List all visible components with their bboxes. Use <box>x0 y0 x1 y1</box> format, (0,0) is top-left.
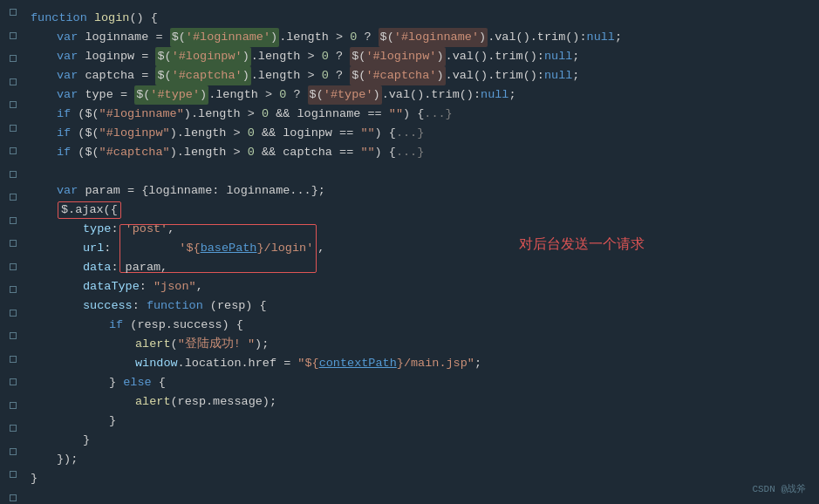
gutter-dot-12 <box>10 263 17 270</box>
code-area: function login() { var loginname = $('#l… <box>26 0 819 504</box>
gutter-dot-3 <box>10 55 17 62</box>
code-line-8: if ($("#captcha").length > 0 && captcha … <box>31 143 810 162</box>
code-line-2: var loginname = $('#loginname') .length … <box>31 28 810 47</box>
code-line-17: if (resp.success) { <box>31 316 810 335</box>
code-line-23: } <box>31 431 810 450</box>
line-gutter <box>0 0 26 504</box>
gutter-dot-10 <box>10 217 17 224</box>
gutter-dot-17 <box>10 378 17 385</box>
gutter-dot-16 <box>10 356 17 363</box>
gutter-dot-21 <box>10 471 17 478</box>
gutter-dot-18 <box>10 402 17 409</box>
annotation-text: 对后台发送一个请求 <box>519 235 645 254</box>
code-line-7: if ($("#loginpw").length > 0 && loginpw … <box>31 124 810 143</box>
code-line-15: dataType: "json", <box>31 277 810 296</box>
gutter-dot-20 <box>10 448 17 455</box>
code-line-1: function login() { <box>31 9 810 28</box>
code-line-4: var captcha = $('#captcha') .length > 0 … <box>31 66 810 85</box>
code-line-5: var type = $('#type') .length > 0 ? $('#… <box>31 85 810 105</box>
gutter-dot-14 <box>10 310 17 317</box>
code-line-22: } <box>31 412 810 431</box>
code-line-14: data: param, <box>31 258 810 277</box>
code-line-21: alert(resp.message); <box>31 392 810 412</box>
gutter-dot-15 <box>10 332 17 339</box>
code-line-25: } <box>31 469 810 488</box>
gutter-dot-6 <box>10 125 17 132</box>
gutter-dot-11 <box>10 240 17 247</box>
gutter-dot-22 <box>10 494 17 501</box>
gutter-dot-8 <box>10 171 17 178</box>
gutter-dot-13 <box>10 286 17 293</box>
watermark: CSDN @战斧 <box>752 482 806 495</box>
code-line-24: }); <box>31 450 810 469</box>
gutter-dot-19 <box>10 425 17 432</box>
code-line-13: url: '${basePath}/login' , 对后台发送一个请求 <box>31 239 810 258</box>
gutter-dot-7 <box>10 147 17 154</box>
gutter-dot-9 <box>10 194 17 201</box>
code-line-9 <box>31 162 810 181</box>
code-line-20: } else { <box>31 373 810 392</box>
code-line-16: success: function (resp) { <box>31 296 810 316</box>
code-line-3: var loginpw = $('#loginpw') .length > 0 … <box>31 47 810 66</box>
code-line-10: var param = {loginname: loginname...}; <box>31 181 810 201</box>
code-line-19: window.location.href = "${contextPath}/m… <box>31 354 810 373</box>
code-line-11: $.ajax({ <box>31 201 810 220</box>
gutter-dot-1 <box>10 9 17 16</box>
code-line-18: alert("登陆成功! "); <box>31 335 810 354</box>
code-line-6: if ($("#loginname").length > 0 && loginn… <box>31 105 810 124</box>
gutter-dot-5 <box>10 101 17 108</box>
gutter-dot-2 <box>10 32 17 39</box>
gutter-dot-4 <box>10 78 17 85</box>
editor-container: function login() { var loginname = $('#l… <box>0 0 819 504</box>
